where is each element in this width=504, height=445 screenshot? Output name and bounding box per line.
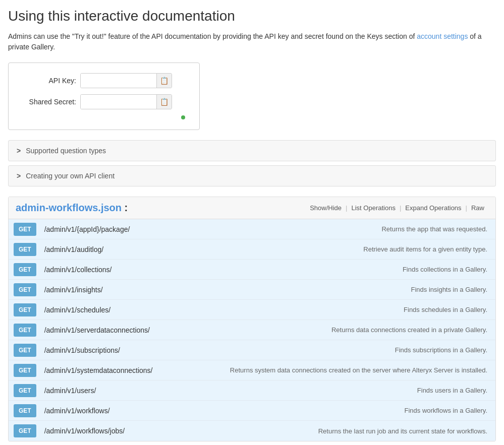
- page-title: Using this interactive documentation: [8, 8, 496, 24]
- table-row: GET /admin/v1/workflows/ Finds workflows…: [9, 401, 495, 421]
- collapsible-label-0: Supported question types: [26, 147, 106, 155]
- api-section-title: admin-workflows.json :: [16, 202, 306, 214]
- endpoint-description: Finds schedules in a Gallery.: [396, 301, 495, 319]
- table-row: GET /admin/v1/serverdataconnections/ Ret…: [9, 320, 495, 340]
- method-badge[interactable]: GET: [14, 303, 36, 316]
- endpoint-path[interactable]: /admin/v1/workflows/jobs/: [41, 422, 310, 440]
- endpoint-description: Finds workflows in a Gallery.: [397, 402, 495, 419]
- endpoint-path[interactable]: /admin/v1/insights/: [41, 281, 403, 299]
- account-settings-link[interactable]: account settings: [417, 32, 468, 40]
- collapsible-section-1[interactable]: >Creating your own API client: [8, 165, 496, 186]
- endpoint-description: Finds users in a Gallery.: [409, 382, 495, 399]
- api-key-box: API Key: 📋 Shared Secret: 📋: [8, 62, 200, 130]
- endpoint-path[interactable]: /admin/v1/workflows/: [41, 402, 397, 420]
- table-row: GET /admin/v1/schedules/ Finds schedules…: [9, 300, 495, 320]
- api-key-input[interactable]: [81, 74, 156, 88]
- api-action-0[interactable]: Show/Hide: [306, 204, 346, 212]
- collapsible-arrow-0: >: [17, 147, 21, 155]
- shared-secret-row: Shared Secret: 📋: [21, 94, 187, 109]
- method-badge[interactable]: GET: [14, 243, 36, 256]
- endpoint-description: Finds collections in a Gallery.: [395, 261, 495, 278]
- collapsible-section-0[interactable]: >Supported question types: [8, 140, 496, 161]
- api-section: admin-workflows.json : Show/Hide | List …: [8, 197, 496, 441]
- copy-icon: 📋: [160, 77, 169, 85]
- api-key-copy-button[interactable]: 📋: [156, 74, 172, 88]
- method-badge[interactable]: GET: [14, 384, 36, 397]
- table-row: GET /admin/v1/auditlog/ Retrieve audit i…: [9, 239, 495, 260]
- endpoint-description: Returns the app that was requested.: [373, 220, 495, 238]
- table-row: GET /admin/v1/subscriptions/ Finds subsc…: [9, 340, 495, 360]
- shared-secret-copy-button[interactable]: 📋: [156, 95, 172, 109]
- collapsible-arrow-1: >: [17, 172, 21, 180]
- table-row: GET /admin/v1/workflows/jobs/ Returns th…: [9, 421, 495, 441]
- endpoint-description: Returns system data connections created …: [222, 361, 495, 379]
- method-badge[interactable]: GET: [14, 344, 36, 357]
- api-key-label: API Key:: [21, 77, 76, 85]
- api-title-colon: :: [122, 202, 128, 213]
- collapsible-container: >Supported question types>Creating your …: [8, 140, 496, 186]
- shared-secret-input-wrap: 📋: [80, 94, 172, 109]
- api-title-text: admin-workflows.json: [16, 202, 122, 213]
- api-action-1[interactable]: List Operations: [347, 204, 399, 212]
- endpoint-description: Returns the last run job and its current…: [310, 422, 495, 440]
- method-badge[interactable]: GET: [14, 404, 36, 417]
- method-badge[interactable]: GET: [14, 263, 36, 276]
- method-badge[interactable]: GET: [14, 364, 36, 377]
- endpoint-description: Returns data connections created in a pr…: [323, 321, 495, 339]
- method-badge[interactable]: GET: [14, 424, 36, 437]
- endpoints-list: GET /admin/v1/{appId}/package/ Returns t…: [9, 219, 495, 441]
- intro-text-before: Admins can use the "Try it out!" feature…: [8, 32, 415, 40]
- api-action-2[interactable]: Expand Operations: [401, 204, 465, 212]
- api-section-header: admin-workflows.json : Show/Hide | List …: [9, 197, 495, 219]
- endpoint-description: Finds subscriptions in a Gallery.: [387, 341, 495, 359]
- endpoint-path[interactable]: /admin/v1/auditlog/: [41, 240, 356, 259]
- api-key-row: API Key: 📋: [21, 73, 187, 88]
- endpoint-path[interactable]: /admin/v1/{appId}/package/: [41, 220, 374, 238]
- api-key-input-wrap: 📋: [80, 73, 172, 88]
- endpoint-path[interactable]: /admin/v1/schedules/: [41, 301, 396, 319]
- shared-secret-input[interactable]: [81, 95, 156, 109]
- endpoint-description: Retrieve audit items for a given entity …: [355, 240, 495, 258]
- method-badge[interactable]: GET: [14, 283, 36, 296]
- table-row: GET /admin/v1/users/ Finds users in a Ga…: [9, 380, 495, 401]
- method-badge[interactable]: GET: [14, 223, 36, 236]
- endpoint-path[interactable]: /admin/v1/subscriptions/: [41, 341, 387, 359]
- endpoint-path[interactable]: /admin/v1/users/: [41, 382, 409, 400]
- copy-icon-2: 📋: [160, 98, 169, 106]
- shared-secret-label: Shared Secret:: [21, 98, 76, 106]
- method-badge[interactable]: GET: [14, 324, 36, 337]
- intro-text: Admins can use the "Try it out!" feature…: [8, 31, 496, 52]
- api-action-3[interactable]: Raw: [467, 204, 488, 212]
- collapsible-label-1: Creating your own API client: [26, 172, 115, 180]
- status-dot: [181, 115, 185, 119]
- table-row: GET /admin/v1/insights/ Finds insights i…: [9, 280, 495, 300]
- table-row: GET /admin/v1/collections/ Finds collect…: [9, 260, 495, 280]
- endpoint-path[interactable]: /admin/v1/systemdataconnections/: [41, 361, 222, 379]
- endpoint-path[interactable]: /admin/v1/collections/: [41, 261, 395, 279]
- table-row: GET /admin/v1/systemdataconnections/ Ret…: [9, 360, 495, 380]
- table-row: GET /admin/v1/{appId}/package/ Returns t…: [9, 219, 495, 239]
- endpoint-description: Finds insights in a Gallery.: [403, 281, 496, 298]
- api-section-actions: Show/Hide | List Operations | Expand Ope…: [306, 204, 488, 212]
- endpoint-path[interactable]: /admin/v1/serverdataconnections/: [41, 321, 323, 339]
